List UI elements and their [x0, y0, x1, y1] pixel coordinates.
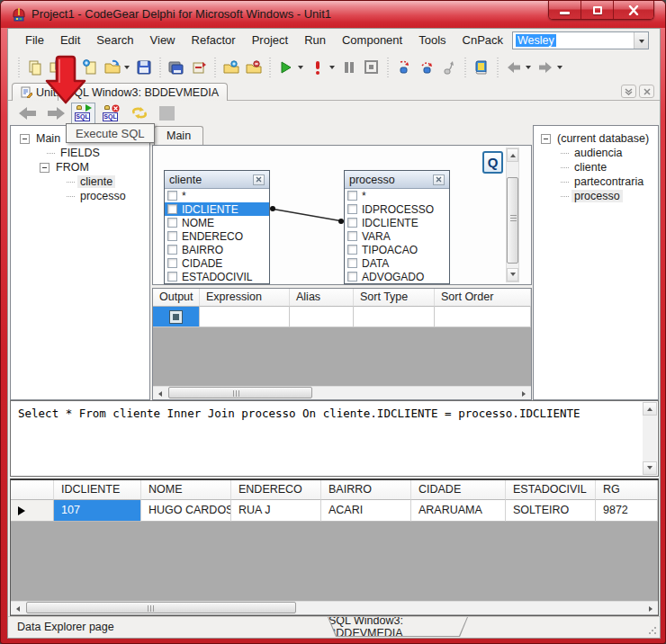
- run-button[interactable]: [274, 56, 297, 78]
- scroll-right-button[interactable]: [518, 387, 531, 400]
- field-checkbox[interactable]: [347, 245, 357, 255]
- stop-button[interactable]: [360, 56, 382, 78]
- tree-node-processo-db[interactable]: processo: [541, 189, 658, 203]
- col-rg[interactable]: RG: [596, 480, 658, 500]
- field-row[interactable]: *: [165, 189, 269, 202]
- col-output[interactable]: Output: [153, 289, 200, 307]
- alias-cell[interactable]: [290, 307, 354, 327]
- field-row[interactable]: DATA: [345, 256, 449, 270]
- run-until-return-button[interactable]: [437, 56, 460, 78]
- sort-type-cell[interactable]: [354, 307, 435, 327]
- step-over-button[interactable]: [415, 56, 437, 78]
- trace-into-button[interactable]: [392, 56, 415, 78]
- collapse-icon[interactable]: [40, 163, 50, 173]
- title-bar[interactable]: Project1 - CodeGear Delphi for Microsoft…: [1, 1, 665, 28]
- desktop-layout-combo[interactable]: Wesley: [512, 31, 649, 49]
- help-insight-button[interactable]: [470, 56, 492, 78]
- open-file-dropdown[interactable]: [124, 66, 130, 72]
- field-row[interactable]: *: [345, 189, 449, 202]
- field-checkbox[interactable]: [167, 231, 177, 241]
- browse-forward-dropdown[interactable]: [557, 66, 562, 72]
- resize-grip[interactable]: [648, 626, 657, 635]
- dock-tab-sql-window[interactable]: SQL Window3: BDDEVMEDIA: [328, 617, 467, 636]
- tab-close-button[interactable]: [639, 85, 654, 98]
- card-close-button[interactable]: [253, 174, 265, 185]
- execute-sql-button[interactable]: SQL: [71, 103, 95, 124]
- cell-rg[interactable]: 9872: [596, 500, 658, 522]
- col-sort-type[interactable]: Sort Type: [354, 289, 435, 307]
- cell-endereco[interactable]: RUA J: [231, 500, 321, 522]
- field-checkbox[interactable]: [347, 231, 357, 241]
- maximize-button[interactable]: [581, 1, 614, 19]
- menu-tools[interactable]: Tools: [410, 30, 454, 51]
- col-expression[interactable]: Expression: [200, 289, 290, 307]
- field-checkbox[interactable]: [347, 272, 357, 282]
- browse-back-dropdown[interactable]: [526, 66, 531, 72]
- new-items-button[interactable]: [23, 56, 46, 78]
- designer-vertical-scrollbar[interactable]: [506, 148, 519, 282]
- scrollbar-thumb[interactable]: [168, 387, 312, 398]
- output-cell[interactable]: [153, 307, 200, 327]
- query-mode-button[interactable]: Q: [482, 151, 503, 174]
- tab-list-button[interactable]: [621, 85, 636, 98]
- card-close-button[interactable]: [433, 174, 445, 185]
- criteria-horizontal-scrollbar[interactable]: [153, 386, 531, 399]
- field-row[interactable]: CIDADE: [165, 256, 269, 270]
- collapse-icon[interactable]: [20, 134, 30, 144]
- pause-button[interactable]: [338, 56, 360, 78]
- remove-from-project-button[interactable]: [242, 56, 265, 78]
- menu-project[interactable]: Project: [244, 30, 296, 51]
- tree-node-audiencia[interactable]: audiencia: [541, 146, 658, 160]
- minimize-button[interactable]: [549, 1, 581, 19]
- table-card-processo[interactable]: processo * IDPROCESSO IDCLIENTE VARA TIP…: [344, 170, 450, 284]
- cell-estadocivil[interactable]: SOLTEIRO: [506, 500, 596, 522]
- scroll-down-button[interactable]: [507, 268, 518, 282]
- output-checkbox[interactable]: [169, 310, 183, 324]
- tree-node-from[interactable]: FROM: [20, 160, 149, 174]
- browse-back-button[interactable]: [502, 56, 525, 78]
- cell-nome[interactable]: HUGO CARDOS...: [141, 500, 231, 522]
- field-checkbox[interactable]: [167, 272, 177, 282]
- tree-node-cliente-db[interactable]: cliente: [541, 160, 658, 174]
- col-endereco[interactable]: ENDERECO: [231, 480, 321, 500]
- menu-refactor[interactable]: Refactor: [184, 30, 244, 51]
- tree-node-processo[interactable]: processo: [20, 189, 149, 203]
- col-estadocivil[interactable]: ESTADOCIVIL: [506, 480, 596, 500]
- menu-run[interactable]: Run: [296, 30, 334, 51]
- cell-idcliente[interactable]: 107: [54, 500, 141, 522]
- tree-node-fields[interactable]: FIELDS: [20, 146, 149, 160]
- results-horizontal-scrollbar[interactable]: [11, 601, 658, 614]
- field-row[interactable]: IDPROCESSO: [345, 202, 449, 216]
- menu-edit[interactable]: Edit: [52, 30, 88, 51]
- combo-dropdown-button[interactable]: [634, 32, 648, 49]
- open-file-button[interactable]: [101, 56, 123, 78]
- close-button[interactable]: [614, 1, 653, 19]
- save-button[interactable]: [132, 56, 155, 78]
- menu-file[interactable]: File: [17, 30, 52, 51]
- expression-cell[interactable]: [200, 307, 290, 327]
- designer-canvas[interactable]: cliente * IDCLIENTE NOME ENDERECO BAIRRO…: [152, 145, 532, 285]
- field-checkbox[interactable]: [167, 245, 177, 255]
- sql-forward-button[interactable]: [43, 103, 68, 124]
- col-alias[interactable]: Alias: [290, 289, 354, 307]
- close-file-button[interactable]: [187, 56, 210, 78]
- refresh-button[interactable]: [127, 103, 151, 124]
- field-checkbox[interactable]: [347, 218, 357, 228]
- field-row[interactable]: IDCLIENTE: [345, 216, 449, 229]
- tree-node-cliente[interactable]: cliente: [20, 174, 149, 189]
- tree-node-current-database[interactable]: (current database): [541, 131, 658, 146]
- run-dropdown[interactable]: [298, 66, 303, 72]
- field-row[interactable]: ESTADOCIVIL: [165, 270, 269, 283]
- add-to-project-button[interactable]: [220, 56, 242, 78]
- field-row[interactable]: ENDERECO: [165, 229, 269, 243]
- sql-text[interactable]: Select * From cliente Inner Join process…: [18, 407, 636, 420]
- sql-back-button[interactable]: [15, 103, 40, 124]
- menu-cnpack[interactable]: CnPack: [454, 30, 512, 51]
- col-nome[interactable]: NOME: [141, 480, 231, 500]
- menu-view[interactable]: View: [142, 30, 184, 51]
- sql-vertical-scrollbar[interactable]: [643, 402, 657, 475]
- field-checkbox[interactable]: [347, 191, 357, 201]
- scrollbar-thumb[interactable]: [26, 602, 296, 613]
- scroll-up-button[interactable]: [643, 402, 657, 416]
- run-params-dropdown[interactable]: [329, 66, 335, 72]
